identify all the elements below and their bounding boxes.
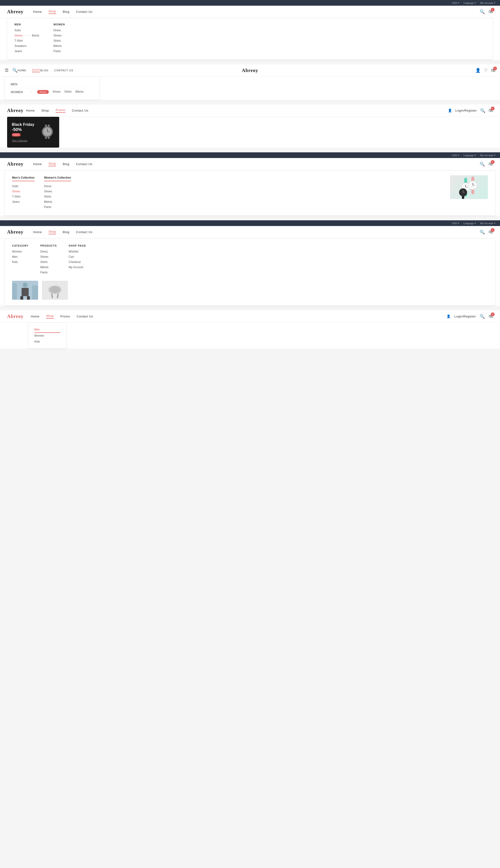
account-selector[interactable]: My Account ▾ — [480, 1, 495, 4]
women-shoes-2[interactable]: Shoes — [53, 90, 60, 94]
login-register-6[interactable]: Login/Register — [454, 315, 476, 318]
women-bikinis-2[interactable]: Bikinis — [75, 90, 83, 94]
men-shoes-4[interactable]: Shoes — [12, 190, 35, 193]
cart-icon-6[interactable]: 🛍 0 — [489, 314, 493, 319]
logo-1[interactable]: Abreoy — [7, 9, 26, 14]
prod-dress[interactable]: Dress — [40, 250, 57, 253]
women-dress-1[interactable]: Dress — [54, 29, 65, 32]
cart-icon-5[interactable]: 🛍 0 — [489, 230, 493, 235]
nav-home-4[interactable]: Home — [33, 162, 42, 166]
logo-3[interactable]: Abreoy — [7, 108, 26, 113]
nav-contact-6[interactable]: Contact Us — [77, 315, 93, 318]
men-suits-1[interactable]: Suits — [14, 29, 39, 32]
cat-women[interactable]: Women — [12, 250, 29, 253]
language-selector-5[interactable]: Language ▾ — [464, 222, 476, 225]
shoppage-myaccount[interactable]: My Account — [69, 266, 86, 269]
women-dress-4[interactable]: Dress — [44, 185, 71, 188]
prod-shoes[interactable]: Shoes — [40, 255, 57, 258]
nav-home-1[interactable]: Home — [33, 10, 42, 13]
men-jeans-4[interactable]: Jeans — [12, 200, 35, 203]
women-shirts-4[interactable]: Shirts — [44, 195, 71, 198]
cat-men[interactable]: Men — [12, 255, 29, 258]
shoppage-wishlist[interactable]: Wishlist — [69, 250, 86, 253]
cart-icon-4[interactable]: 🛍 0 — [489, 162, 493, 167]
mega-cols-4: Men's Collection Suits Shoes T-Shirt Jea… — [12, 175, 443, 211]
search-icon-1[interactable]: 🔍 — [480, 9, 485, 14]
women-bikinis-4[interactable]: Bikinis — [44, 200, 71, 203]
men-sneakers-1[interactable]: Sneakers — [14, 44, 39, 48]
search-icon-6[interactable]: 🔍 — [480, 314, 485, 319]
nav-shop-2[interactable]: SHOP — [32, 68, 40, 72]
cat-kids[interactable]: Kids — [12, 260, 29, 264]
prod-shirts[interactable]: Shirts — [40, 260, 57, 264]
women-bikinis-1[interactable]: Bikinis — [54, 44, 65, 48]
hamburger-icon-2[interactable]: ☰ — [5, 68, 9, 73]
nav-promo-6[interactable]: Promo — [60, 315, 70, 318]
nav-blog-1[interactable]: Blog — [63, 10, 69, 13]
logo-4[interactable]: Abreoy — [7, 161, 26, 167]
account-selector-5[interactable]: My Account ▾ — [480, 222, 495, 225]
account-selector-4[interactable]: My Account ▾ — [480, 154, 495, 157]
prod-pants[interactable]: Pants — [40, 271, 57, 274]
search-icon-4[interactable]: 🔍 — [480, 162, 485, 167]
shoppage-cart[interactable]: Cart — [69, 255, 86, 258]
nav-shop-6[interactable]: Shop — [46, 314, 54, 319]
currency-selector[interactable]: USD ▾ — [452, 1, 459, 4]
men-tshirt-1[interactable]: T-Shirt — [14, 39, 39, 42]
nav-shop-3[interactable]: Shop — [42, 109, 49, 112]
search-icon-2[interactable]: 🔍 — [12, 68, 18, 73]
women-shoes-1[interactable]: Shoes — [54, 34, 65, 37]
nav-contact-4[interactable]: Contact Us — [76, 162, 92, 166]
dropdown2-women-row[interactable]: WOMEN → Dress Shoes Shirts Bikinis — [11, 88, 93, 96]
view-collection-link[interactable]: View Collection — [12, 139, 34, 142]
logo-6[interactable]: Abreoy — [7, 314, 26, 319]
women-pants-4[interactable]: Pants — [44, 205, 71, 209]
cart-icon-2[interactable]: 🛍 0 — [491, 68, 495, 73]
nav-contact-3[interactable]: Contact Us — [72, 109, 88, 112]
nav-blog-4[interactable]: Blog — [63, 162, 69, 166]
user-icon-6[interactable]: 👤 — [446, 314, 451, 319]
dropdown6-men[interactable]: Men — [34, 327, 60, 333]
user-icon-3[interactable]: 👤 — [448, 109, 452, 112]
language-selector[interactable]: Language ▾ — [464, 1, 476, 4]
nav-contact-1[interactable]: Contact Us — [76, 10, 92, 13]
search-icon-3[interactable]: 🔍 — [480, 108, 485, 113]
women-pants-1[interactable]: Pants — [54, 49, 65, 53]
nav-shop-4[interactable]: Shop — [48, 162, 56, 166]
user-icon-2[interactable]: 👤 — [475, 68, 480, 73]
men-suits-4[interactable]: Suits — [12, 185, 35, 188]
nav-shop-5[interactable]: Shop — [48, 230, 56, 234]
women-dress-2[interactable]: Dress — [37, 90, 49, 94]
men-jeans-1[interactable]: Jeans — [14, 49, 39, 53]
women-shirts-1[interactable]: Shirts — [54, 39, 65, 42]
men-tshirt-4[interactable]: T-Shirt — [12, 195, 35, 198]
nav-home-5[interactable]: Home — [33, 230, 42, 234]
currency-selector-5[interactable]: USD ▾ — [452, 222, 459, 225]
nav-contact-2[interactable]: CONTACT US — [54, 69, 73, 72]
dropdown2-men-row[interactable]: MEN — [11, 80, 93, 88]
women-shoes-4[interactable]: Shoes — [44, 190, 71, 193]
login-register-3[interactable]: Login/Register — [455, 109, 477, 112]
men-shoes-row-1[interactable]: Shoes —— Boots — [14, 34, 39, 37]
nav-contact-5[interactable]: Contact Us — [76, 230, 92, 234]
nav-home-3[interactable]: Home — [26, 109, 35, 112]
dropdown6-women[interactable]: Women — [34, 333, 60, 339]
nav-home-6[interactable]: Home — [31, 315, 39, 318]
heart-icon-2[interactable]: ♡ — [484, 68, 488, 73]
logo-5[interactable]: Abreoy — [7, 229, 26, 235]
dropdown6-kids[interactable]: Kids — [34, 339, 60, 344]
nav-home-2[interactable]: HOME — [18, 69, 26, 72]
cart-icon-1[interactable]: 🛍 0 — [489, 9, 493, 14]
shoppage-checkout[interactable]: Checkout — [69, 260, 86, 264]
nav-blog-5[interactable]: Blog — [63, 230, 69, 234]
nav-promo-3[interactable]: Promo — [56, 108, 65, 113]
logo-2[interactable]: Abreoy — [242, 68, 258, 73]
prod-bikinis[interactable]: Bikinis — [40, 266, 57, 269]
nav-shop-1[interactable]: Shop — [48, 10, 56, 14]
search-icon-5[interactable]: 🔍 — [480, 230, 485, 235]
cart-icon-3[interactable]: 🛍 0 — [489, 108, 493, 113]
language-selector-4[interactable]: Language ▾ — [464, 154, 476, 157]
women-shirts-2[interactable]: Shirts — [65, 90, 72, 94]
currency-selector-4[interactable]: USD ▾ — [452, 154, 459, 157]
nav-blog-2[interactable]: BLOG — [40, 69, 48, 72]
